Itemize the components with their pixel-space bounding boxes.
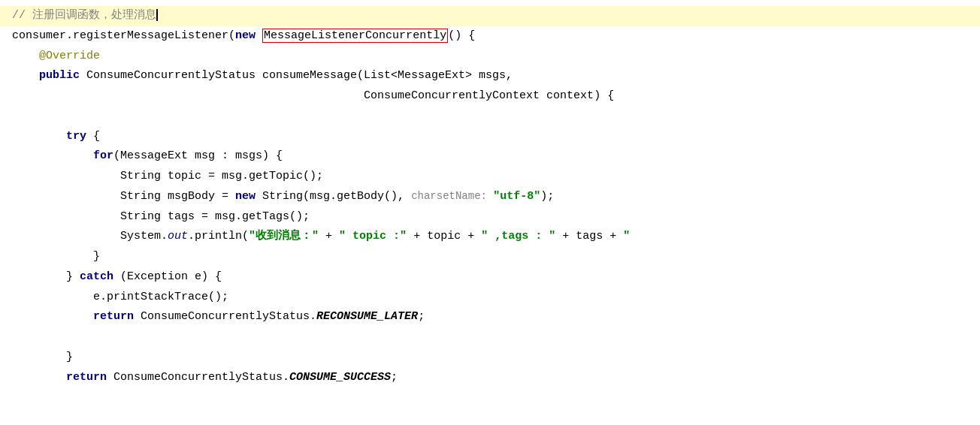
string-utf8: "utf-8" bbox=[493, 190, 540, 203]
line-close-try: } catch (Exception e) { bbox=[0, 267, 980, 288]
keyword-for: for bbox=[93, 149, 113, 162]
keyword-new: new bbox=[235, 29, 256, 42]
line-msgbody: String msgBody = new String(msg.getBody(… bbox=[0, 187, 980, 207]
keyword-catch: catch bbox=[80, 270, 113, 283]
field-reconsume-later: RECONSUME_LATER bbox=[316, 310, 418, 323]
line-try: try { bbox=[0, 127, 980, 147]
string-end: " bbox=[623, 230, 630, 243]
line-override: @Override bbox=[0, 47, 980, 67]
line-close-catch: } bbox=[0, 348, 980, 368]
line-println: System.out.println("收到消息：" + " topic :" … bbox=[0, 227, 980, 247]
line-return-success: return ConsumeConcurrentlyStatus.CONSUME… bbox=[0, 368, 980, 388]
field-out: out bbox=[168, 230, 188, 243]
keyword-try: try bbox=[66, 130, 86, 143]
line-for: for(MessageExt msg : msgs) { bbox=[0, 146, 980, 167]
annotation-override: @Override bbox=[39, 50, 100, 62]
keyword-return2: return bbox=[66, 371, 107, 384]
line-register: consumer.registerMessageListener(new Mes… bbox=[0, 26, 980, 47]
line-topic: String topic = msg.getTopic(); bbox=[0, 167, 980, 187]
line-printstacktrace: e.printStackTrace(); bbox=[0, 288, 980, 308]
string-tags-label: " ,tags : " bbox=[481, 230, 555, 243]
keyword-return1: return bbox=[93, 310, 134, 323]
comment-text: // 注册回调函数，处理消息 bbox=[12, 9, 156, 22]
code-editor: // 注册回调函数，处理消息 consumer.registerMessageL… bbox=[0, 0, 980, 393]
line-context: ConsumeConcurrentlyContext context) { bbox=[0, 86, 980, 107]
keyword-new2: new bbox=[235, 190, 256, 203]
line-return-reconsume: return ConsumeConcurrentlyStatus.RECONSU… bbox=[0, 307, 980, 327]
line-tags: String tags = msg.getTags(); bbox=[0, 207, 980, 228]
line-blank2 bbox=[0, 327, 980, 348]
classname-messagelistenerconcurrently: MessageListenerConcurrently bbox=[262, 29, 448, 43]
string-shouDao: "收到消息：" bbox=[249, 230, 325, 243]
string-topic-label: " topic :" bbox=[339, 230, 407, 243]
keyword-public: public bbox=[39, 69, 80, 82]
field-consume-success: CONSUME_SUCCESS bbox=[289, 371, 391, 384]
line-comment: // 注册回调函数，处理消息 bbox=[0, 6, 980, 26]
line-blank1 bbox=[0, 107, 980, 127]
line-close-for: } bbox=[0, 247, 980, 267]
param-hint-charsetname: charsetName: bbox=[411, 190, 493, 202]
line-method-sig: public ConsumeConcurrentlyStatus consume… bbox=[0, 66, 980, 86]
text-cursor bbox=[156, 9, 158, 21]
